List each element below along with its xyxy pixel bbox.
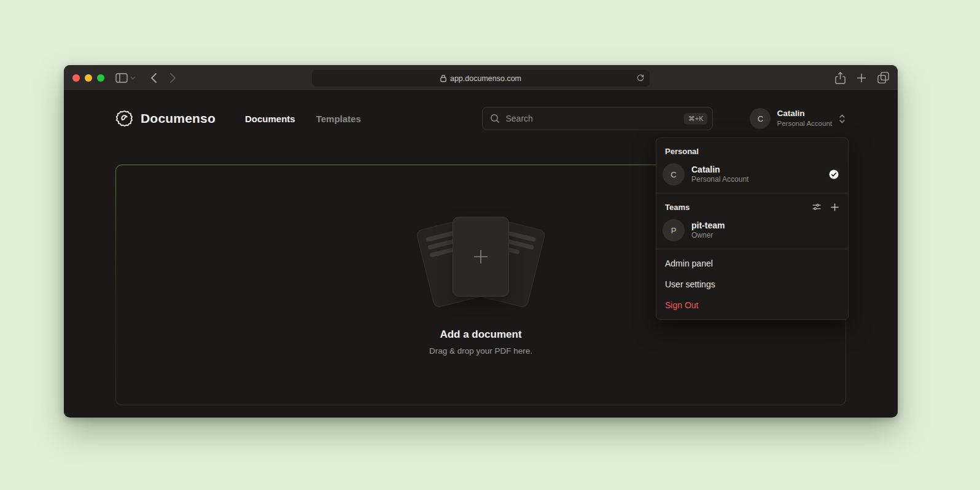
tab-overview-button[interactable] <box>877 72 889 84</box>
menu-personal-account-row[interactable]: C Catalin Personal Account <box>656 160 848 192</box>
close-window-button[interactable] <box>72 74 80 82</box>
check-circle-icon <box>828 169 839 180</box>
brand-name: Documenso <box>141 111 216 126</box>
avatar: C <box>750 108 771 129</box>
chevron-right-icon <box>169 72 176 84</box>
zoom-window-button[interactable] <box>97 74 104 82</box>
share-icon <box>835 72 846 84</box>
nav-documents[interactable]: Documents <box>245 114 295 124</box>
window-controls <box>72 74 104 82</box>
account-type: Personal Account <box>777 119 832 128</box>
team-name: pit-team <box>691 220 839 231</box>
tab-overview-icon <box>877 72 889 84</box>
add-team-button[interactable] <box>830 203 839 212</box>
browser-window: app.documenso.com <box>64 65 898 418</box>
dropzone-title: Add a document <box>440 329 521 341</box>
refresh-button[interactable] <box>636 73 645 82</box>
sidebar-chevron-button[interactable] <box>130 76 136 80</box>
menu-divider <box>656 193 848 193</box>
dropzone-subtitle: Drag & drop your PDF here. <box>429 346 532 356</box>
chevron-down-icon <box>130 76 136 80</box>
manage-teams-button[interactable] <box>812 202 822 212</box>
plus-icon <box>830 203 839 212</box>
menu-team-row[interactable]: P pit-team Owner <box>656 216 848 247</box>
account-menu-button[interactable]: C Catalin Personal Account <box>750 108 846 129</box>
brand[interactable]: Documenso <box>115 109 216 128</box>
chevron-left-icon <box>150 72 157 84</box>
browser-toolbar: app.documenso.com <box>64 65 898 91</box>
avatar: C <box>663 163 685 185</box>
refresh-icon <box>636 73 645 82</box>
sidebar-icon <box>115 73 128 83</box>
address-bar[interactable]: app.documenso.com <box>312 70 650 87</box>
sliders-icon <box>812 202 822 212</box>
menu-item-admin-panel[interactable]: Admin panel <box>656 253 848 274</box>
toolbar-right-controls <box>835 72 889 84</box>
menu-item-user-settings[interactable]: User settings <box>656 274 848 295</box>
team-avatar: P <box>663 219 685 241</box>
team-role: Owner <box>691 231 839 241</box>
page-content: Documenso Documents Templates ⌘+K C Cata… <box>64 91 898 417</box>
new-tab-button[interactable] <box>857 73 866 83</box>
search-input[interactable] <box>505 114 678 123</box>
minimize-window-button[interactable] <box>85 74 92 82</box>
menu-teams-header: Teams <box>656 197 848 216</box>
lock-icon <box>440 74 446 82</box>
forward-button[interactable] <box>169 72 176 84</box>
menu-account-name: Catalin <box>691 164 822 175</box>
back-button[interactable] <box>150 72 157 84</box>
sidebar-toggle-button[interactable] <box>115 73 128 83</box>
plus-icon <box>472 247 490 266</box>
plus-icon <box>857 73 866 83</box>
selected-indicator <box>828 169 839 180</box>
menu-item-sign-out[interactable]: Sign Out <box>656 295 848 316</box>
share-button[interactable] <box>835 72 846 84</box>
app-header: Documenso Documents Templates ⌘+K C Cata… <box>64 91 898 130</box>
menu-divider <box>656 249 848 249</box>
documenso-logo-icon <box>115 109 134 128</box>
chevrons-up-down-icon <box>838 114 846 124</box>
nav-templates[interactable]: Templates <box>316 114 361 124</box>
url-text: app.documenso.com <box>450 74 521 83</box>
menu-personal-label: Personal <box>656 142 848 160</box>
document-stack-illustration <box>407 214 554 311</box>
account-name: Catalin <box>777 109 832 119</box>
search-shortcut-badge: ⌘+K <box>684 113 708 125</box>
main-nav: Documents Templates <box>245 114 361 124</box>
search-icon <box>490 114 500 123</box>
search-box[interactable]: ⌘+K <box>482 107 713 130</box>
menu-teams-label: Teams <box>665 203 803 212</box>
account-dropdown-menu: Personal C Catalin Personal Account Team… <box>656 138 849 320</box>
document-card-center <box>453 217 509 297</box>
menu-account-type: Personal Account <box>691 175 822 185</box>
